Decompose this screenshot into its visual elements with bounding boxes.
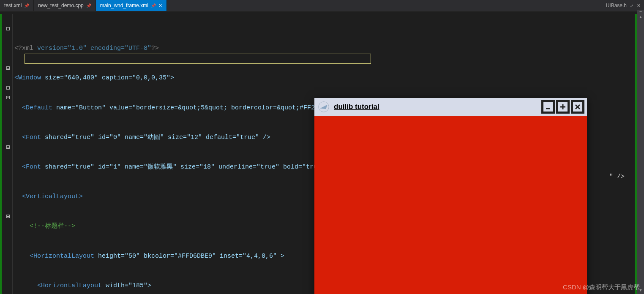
scroll-up-icon[interactable]: ▲ [637,14,644,21]
highlight-box [25,54,371,64]
tab-label-right[interactable]: UIBase.h [606,3,627,8]
tab-label: new_test_demo.cpp [38,3,83,8]
preview-caption: duilib tutorial [334,103,379,111]
xml-decl: <?xml [14,45,33,52]
tab-label: main_wnd_frame.xml [100,3,148,8]
minimize-button[interactable] [541,100,555,114]
tag-font0: <Font [14,134,41,141]
tag-hlayout: <HorizontalLayout [14,253,94,260]
pin-icon[interactable]: 📌 [86,3,91,8]
tab-new-test-demo[interactable]: new_test_demo.cpp 📌 [34,0,96,11]
fold-toggle[interactable]: ⊟ [6,143,10,151]
logo-icon [317,100,330,114]
split-handle[interactable]: – [637,10,644,14]
change-margin [0,14,3,294]
fold-toggle[interactable]: ⊟ [6,94,10,102]
tag-default: <Default [14,104,52,112]
ruler [0,11,644,14]
preview-window: duilib tutorial [314,98,587,294]
watermark: CSDN @森明帮大于黑虎帮 [563,283,640,291]
pin-icon[interactable]: 📌 [24,3,29,8]
tab-bar: test.xml 📌 new_test_demo.cpp 📌 main_wnd_… [0,0,644,11]
close-icon[interactable]: ✕ [158,3,162,8]
tag-font1: <Font [14,163,41,171]
tab-test-xml[interactable]: test.xml 📌 [0,0,34,11]
pin-icon[interactable]: ⤢ [630,3,633,8]
preview-titlebar: duilib tutorial [314,98,587,116]
fold-toggle[interactable]: ⊟ [6,84,10,92]
fold-toggle[interactable]: ⊟ [6,212,10,220]
pin-icon[interactable]: 📌 [151,3,156,8]
maximize-button[interactable] [556,100,570,114]
fold-gutter: ⊟ ⊟ ⊟ ⊟ ⊟ ⊟ [3,14,13,294]
tag-window: <Window [14,74,41,82]
fold-toggle[interactable]: ⊟ [6,25,10,33]
preview-body [314,116,587,294]
close-button[interactable] [571,100,584,114]
comment-title: <!--标题栏--> [14,223,75,230]
tag-vlayout: <VerticalLayout> [14,193,83,200]
vertical-scrollbar[interactable]: – ▲ ▼ [637,14,644,294]
tab-main-wnd-frame[interactable]: main_wnd_frame.xml 📌 ✕ [96,0,167,11]
close-icon[interactable]: ✕ [637,3,641,8]
tab-label: test.xml [4,3,22,8]
fold-toggle[interactable]: ⊟ [6,64,10,72]
tag-hlayout: <HorizontalLayout [14,282,102,289]
